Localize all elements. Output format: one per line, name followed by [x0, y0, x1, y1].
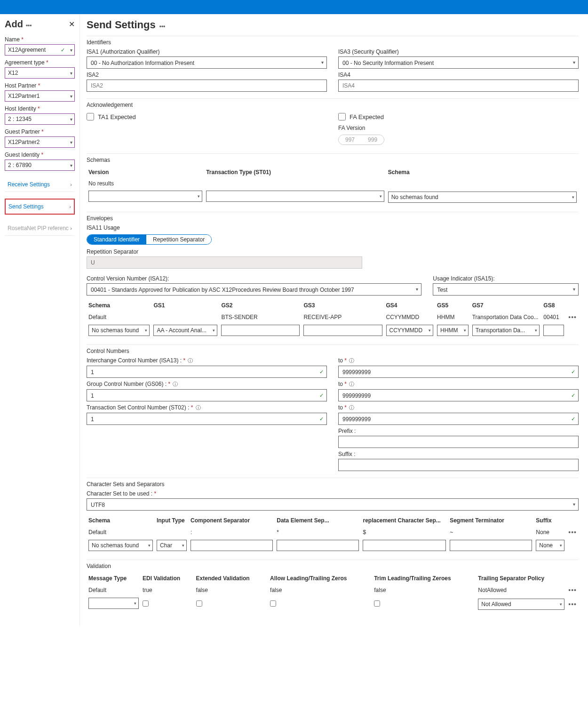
cs-comp-header: Component Separator	[189, 514, 275, 527]
nav-send-settings[interactable]: Send Settings›	[5, 199, 75, 215]
env-default-row: Default BTS-SENDER RECEIVE-APP CCYYMMDD …	[87, 312, 579, 323]
cs-seg-input[interactable]	[450, 540, 532, 551]
version-select[interactable]: ▾	[88, 191, 202, 202]
icn-to-input[interactable]: 999999999✓	[338, 366, 579, 378]
gs2-input[interactable]	[221, 325, 300, 336]
info-icon[interactable]: ⓘ	[196, 405, 201, 410]
usage-select[interactable]: Test▾	[433, 283, 579, 296]
usage-label: Usage Indicator (ISA15):	[433, 275, 579, 282]
nav-receive-settings[interactable]: Receive Settings›	[5, 177, 75, 192]
gs5-select[interactable]: HHMM▾	[437, 325, 469, 336]
row-menu-icon[interactable]: •••	[566, 584, 579, 596]
more-icon[interactable]: •••	[26, 22, 32, 29]
chevron-right-icon: ›	[69, 204, 71, 209]
info-icon[interactable]: ⓘ	[188, 358, 193, 363]
gs8-input[interactable]	[543, 325, 564, 336]
chevron-down-icon: ▾	[70, 163, 72, 168]
info-icon[interactable]: ⓘ	[173, 381, 178, 387]
icn-from-input[interactable]: 1✓	[87, 366, 327, 378]
cs-inputtype-select[interactable]: Char▾	[157, 540, 187, 551]
agreement-type-select[interactable]: X12▾	[5, 67, 75, 79]
guest-identity-select[interactable]: 2 : 67890▾	[5, 160, 75, 171]
info-icon[interactable]: ⓘ	[349, 381, 354, 387]
v-ext-checkbox[interactable]	[196, 600, 202, 607]
gs3-input[interactable]	[303, 325, 382, 336]
ta1-checkbox[interactable]: TA1 Expected	[87, 113, 136, 120]
gs7-select[interactable]: Transportation Da...▾	[472, 325, 540, 336]
env-input-row: No schemas found▾ AA - Account Anal...▾ …	[87, 323, 579, 338]
cs-repl-header: replacement Character Sep...	[361, 514, 448, 527]
schema-select[interactable]: No schemas found▾	[388, 192, 577, 203]
chevron-right-icon: ›	[70, 225, 72, 231]
charset-label: Character Set to be used :	[87, 490, 579, 497]
tt-select[interactable]: ▾	[206, 191, 384, 202]
validation-label: Validation	[87, 563, 579, 569]
isa2-label: ISA2	[87, 72, 327, 78]
v-lead-header: Allow Leading/Trailing Zeros	[268, 572, 372, 584]
gcn-to-input[interactable]: 999999999✓	[338, 389, 579, 401]
gs7-header: GS7	[470, 299, 542, 312]
charset-select[interactable]: UTF8▾	[87, 498, 579, 511]
cs-suffix-header: Suffix	[534, 514, 566, 527]
isa11-toggle[interactable]: Standard Identifier Repetition Separator	[87, 234, 212, 245]
close-icon[interactable]: ✕	[69, 20, 75, 29]
cs-repl-input[interactable]	[363, 540, 446, 551]
top-bar	[0, 0, 588, 14]
gs1-header: GS1	[151, 299, 219, 312]
row-menu-icon[interactable]: •••	[566, 312, 579, 323]
v-lead-checkbox[interactable]	[270, 600, 276, 607]
check-icon: ✓	[61, 47, 65, 53]
guest-partner-select[interactable]: X12Partner2▾	[5, 136, 75, 148]
env-schema-select[interactable]: No schemas found▾	[88, 325, 150, 336]
cs-schema-select[interactable]: No schemas found▾	[88, 540, 153, 551]
cn-label: Control Numbers	[87, 348, 579, 354]
host-identity-select[interactable]: 2 : 12345▾	[5, 113, 75, 125]
cs-data-input[interactable]	[277, 540, 359, 551]
standard-identifier-option[interactable]: Standard Identifier	[87, 235, 146, 244]
isa2-input[interactable]	[87, 80, 327, 92]
isa1-select[interactable]: 00 - No Authorization Information Presen…	[87, 56, 327, 69]
v-trim-header: Trim Leading/Trailing Zeroes	[372, 572, 476, 584]
tsc-from-input[interactable]: 1✓	[87, 413, 327, 425]
prefix-input[interactable]	[338, 436, 579, 448]
suffix-label: Suffix :	[338, 451, 579, 457]
info-icon[interactable]: ⓘ	[349, 358, 354, 363]
cs-seg-header: Segment Terminator	[448, 514, 534, 527]
v-edi-checkbox[interactable]	[143, 600, 149, 607]
nav-rosettanet[interactable]: RosettaNet PIP referenc›	[5, 221, 75, 236]
cvn-select[interactable]: 00401 - Standards Approved for Publicati…	[87, 283, 421, 296]
more-icon[interactable]: •••	[159, 23, 166, 30]
suffix-input[interactable]	[338, 459, 579, 471]
gs8-header: GS8	[541, 299, 566, 312]
chevron-down-icon: ▾	[70, 140, 72, 145]
repetition-separator-option[interactable]: Repetition Separator	[146, 235, 211, 244]
v-msg-header: Message Type	[87, 572, 141, 584]
gcn-from-input[interactable]: 1✓	[87, 389, 327, 401]
rep-sep-label: Repetition Separator	[87, 248, 579, 255]
fa-checkbox[interactable]: FA Expected	[338, 113, 384, 120]
row-menu-icon[interactable]: •••	[566, 527, 579, 538]
v-trim-checkbox[interactable]	[374, 600, 380, 607]
chevron-right-icon: ›	[70, 182, 72, 187]
v-msg-select[interactable]: ▾	[88, 598, 139, 609]
row-menu-icon[interactable]: •••	[566, 596, 579, 612]
v-trail-select[interactable]: Not Allowed▾	[478, 599, 564, 610]
charset-section-label: Character Sets and Separators	[87, 481, 579, 488]
info-icon[interactable]: ⓘ	[349, 405, 354, 410]
identifiers-label: Identifiers	[87, 39, 579, 46]
schema-header: Schema	[386, 166, 579, 178]
tsc-to-input[interactable]: 999999999✓	[338, 413, 579, 425]
isa3-select[interactable]: 00 - No Security Information Present▾	[338, 56, 579, 69]
host-partner-select[interactable]: X12Partner1▾	[5, 90, 75, 102]
v-trail-header: Trailing Separator Policy	[476, 572, 566, 584]
isa4-label: ISA4	[338, 72, 579, 78]
host-identity-label: Host Identity	[5, 105, 75, 112]
isa4-input[interactable]	[338, 80, 579, 92]
gs1-select[interactable]: AA - Account Anal...▾	[153, 325, 217, 336]
gs5-header: GS5	[435, 299, 470, 312]
cs-comp-input[interactable]	[191, 540, 273, 551]
gs4-select[interactable]: CCYYMMDD▾	[386, 325, 434, 336]
name-select[interactable]: X12Agreement✓▾	[5, 44, 75, 56]
cs-suffix-select[interactable]: None▾	[536, 540, 564, 551]
rep-sep-input	[87, 256, 362, 269]
